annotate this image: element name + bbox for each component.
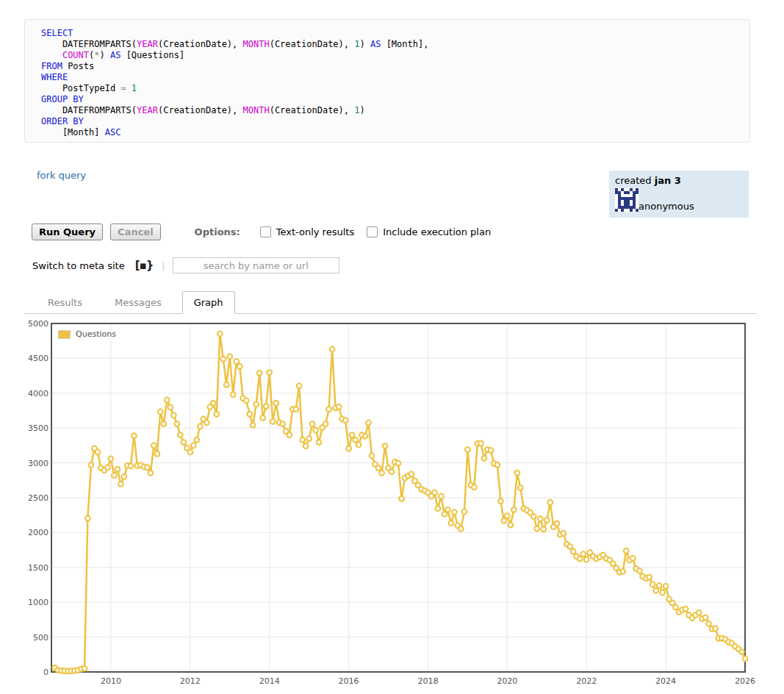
svg-text:2014: 2014 (259, 676, 280, 686)
svg-text:2000: 2000 (28, 528, 48, 537)
user-name: anonymous (639, 201, 694, 212)
svg-text:4500: 4500 (28, 354, 48, 363)
anonymous-avatar-identicon-icon (615, 188, 639, 212)
created-date: jan 3 (655, 175, 681, 186)
tab-messages[interactable]: Messages (103, 291, 173, 313)
tab-graph[interactable]: Graph (182, 291, 235, 314)
svg-text:2024: 2024 (655, 676, 676, 686)
svg-text:2020: 2020 (497, 676, 517, 686)
site-switcher-row: Switch to meta site [▪} | (32, 256, 339, 275)
svg-text:4000: 4000 (28, 389, 48, 398)
svg-text:2018: 2018 (417, 676, 438, 686)
svg-text:2016: 2016 (339, 676, 359, 686)
user-row: anonymous (615, 188, 743, 212)
options-label: Options: (195, 226, 240, 237)
include-execution-plan-checkbox[interactable] (367, 226, 378, 237)
chart-canvas[interactable]: 0500100015002000250030003500400045005000… (24, 318, 759, 689)
svg-text:3500: 3500 (28, 423, 48, 433)
site-search-input[interactable] (173, 257, 339, 273)
sql-code: SELECT DATEFROMPARTS(YEAR(CreationDate),… (41, 28, 742, 138)
cancel-button[interactable]: Cancel (110, 223, 161, 240)
legend-label-questions: Questions (76, 329, 116, 339)
svg-text:5000: 5000 (28, 319, 48, 329)
svg-text:2010: 2010 (101, 676, 121, 686)
separator: | (162, 260, 165, 271)
created-panel: created jan 3 anonymous (609, 171, 749, 218)
created-label: created (615, 175, 652, 186)
svg-text:3000: 3000 (28, 459, 48, 468)
svg-text:2012: 2012 (180, 676, 201, 686)
query-toolbar: Run Query Cancel Options: Text-only resu… (32, 222, 491, 241)
include-execution-plan-label: Include execution plan (383, 226, 491, 237)
sql-editor[interactable]: SELECT DATEFROMPARTS(YEAR(CreationDate),… (24, 19, 750, 143)
chart-legend: Questions (58, 329, 116, 339)
svg-text:500: 500 (33, 633, 48, 643)
tab-results[interactable]: Results (36, 291, 94, 313)
text-only-results-label: Text-only results (276, 226, 354, 237)
created-line: created jan 3 (615, 175, 743, 186)
svg-text:1500: 1500 (28, 563, 48, 573)
svg-text:2026: 2026 (735, 676, 755, 686)
svg-text:2500: 2500 (28, 493, 48, 503)
questions-per-month-chart[interactable]: 0500100015002000250030003500400045005000… (24, 318, 759, 689)
switch-to-meta-site-link[interactable]: Switch to meta site (32, 260, 125, 271)
svg-text:1000: 1000 (28, 598, 48, 607)
site-favicon-icon: [▪} (135, 259, 154, 272)
svg-text:2022: 2022 (576, 676, 597, 686)
results-tabs: Results Messages Graph (24, 291, 757, 314)
text-only-results-checkbox[interactable] (260, 226, 271, 237)
svg-text:0: 0 (43, 668, 48, 677)
legend-swatch-questions (58, 330, 71, 339)
data-explorer-page: SELECT DATEFROMPARTS(YEAR(CreationDate),… (0, 0, 784, 694)
fork-query-link[interactable]: fork query (37, 170, 86, 181)
run-query-button[interactable]: Run Query (32, 223, 103, 240)
